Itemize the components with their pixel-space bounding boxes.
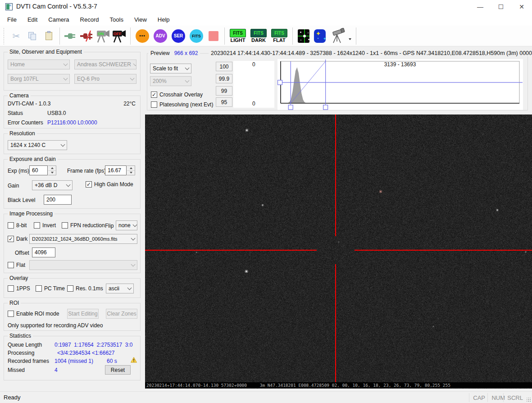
stretch-100-button[interactable]: 100: [216, 62, 232, 71]
res01ms-checkbox[interactable]: [67, 285, 73, 292]
record-fits-button[interactable]: FITS: [190, 29, 203, 43]
stop-record-button[interactable]: [205, 27, 222, 45]
telescope-button[interactable]: [328, 27, 349, 45]
cut-button[interactable]: ✂: [8, 27, 24, 45]
night-view-button[interactable]: ✦ ✦: [312, 27, 328, 45]
roi-enable-checkbox[interactable]: [8, 311, 14, 317]
gain-select[interactable]: +36 dB D: [32, 180, 73, 190]
histogram-level-handle[interactable]: [278, 80, 282, 85]
histogram-white-point-handle[interactable]: [323, 105, 328, 110]
high-gain-checkbox[interactable]: [86, 181, 92, 188]
menu-file[interactable]: File: [7, 16, 17, 23]
preview-group: Preview 966 x 692 20230214 17:44:14.430-…: [147, 53, 528, 110]
window-title: DVTI Cam Control - V5.5.3-7: [16, 3, 97, 10]
platesolve-button[interactable]: [296, 27, 312, 45]
paste-button[interactable]: [41, 27, 57, 45]
scissors-icon: ✂: [13, 31, 20, 41]
offset-input[interactable]: 4096: [32, 247, 55, 257]
high-gain-label: High Gain Mode: [94, 181, 133, 188]
record-ser-button[interactable]: SER: [172, 29, 185, 43]
connect-button[interactable]: [63, 27, 79, 45]
flat-checkbox[interactable]: [8, 262, 14, 268]
copy-button[interactable]: [24, 27, 41, 45]
overlay-format-select[interactable]: ascii: [106, 284, 134, 293]
framerate-input[interactable]: 16.67: [105, 165, 127, 175]
black-level-input[interactable]: 200: [44, 195, 72, 205]
chevron-down-icon: [127, 286, 132, 290]
res01ms-label: Res. 0.1ms: [76, 285, 103, 292]
menu-view[interactable]: View: [134, 16, 147, 23]
record-menu-button[interactable]: •••: [136, 29, 149, 43]
flat-file-select[interactable]: [29, 260, 137, 270]
menu-edit[interactable]: Edit: [27, 16, 37, 23]
fits-dark-button[interactable]: FITS DARK: [250, 29, 267, 43]
invert-checkbox[interactable]: [34, 222, 40, 229]
dark-checkbox[interactable]: [8, 236, 14, 242]
close-button[interactable]: ✕: [511, 0, 532, 14]
minimize-button[interactable]: —: [470, 0, 491, 14]
8bit-checkbox[interactable]: [8, 222, 14, 229]
crosshair-overlay-label: Crosshair Overlay: [159, 92, 203, 98]
scale-mode-select[interactable]: Scale to fit: [150, 64, 191, 73]
preview-size: 966 x 692: [174, 50, 198, 56]
toolbar-dropdown-caret[interactable]: [349, 38, 351, 40]
group-camera: Camera DVTI-CAM - 1.0.3 22°C Status USB3…: [4, 96, 141, 128]
disconnect-button[interactable]: [79, 27, 95, 45]
stretch-95-button[interactable]: 95: [216, 97, 232, 107]
flip-select[interactable]: none: [116, 220, 137, 230]
telescope-select[interactable]: Borg 107FL: [8, 74, 70, 84]
group-site-label: Site, Observer and Equipment: [8, 49, 84, 55]
dark-file-select[interactable]: D20230212_1624_36dBD_0060ms.fits: [29, 234, 137, 244]
fits-light-button[interactable]: FITS LIGHT: [230, 29, 246, 43]
record-adv-button[interactable]: ADV: [154, 29, 167, 43]
observer-select[interactable]: Andreas SCHWEIZER: [74, 60, 136, 69]
queue-length-label: Queue Length: [8, 342, 42, 348]
crosshair-overlay-checkbox[interactable]: [151, 92, 157, 98]
maximize-button[interactable]: ☐: [491, 0, 511, 14]
crosshair-vertical-bottom: [335, 264, 336, 384]
exp-input[interactable]: 60: [29, 165, 48, 175]
preview-image-area[interactable]: 20230214+17:44:14.070-14.130 57302+0000 …: [145, 114, 532, 389]
crosshair-vertical-top: [335, 114, 336, 236]
roi-clear-zones-button[interactable]: Clear Zones: [106, 309, 137, 319]
resize-grip[interactable]: [527, 398, 531, 402]
group-exposure-label: Exposure and Gain: [8, 156, 58, 162]
missed-value: 4: [55, 367, 58, 373]
resolution-select[interactable]: 1624 x 1240 C: [8, 140, 67, 150]
recorded-time-value: 60 s: [107, 358, 117, 364]
flat-label: Flat: [16, 262, 25, 268]
mount-select[interactable]: EQ-6 Pro: [74, 74, 136, 84]
camera-on-button[interactable]: ON: [95, 27, 111, 45]
fpn-checkbox[interactable]: [62, 222, 68, 229]
camera-off-button[interactable]: OFF: [111, 27, 127, 45]
histogram-chart[interactable]: 3139 - 13693: [277, 59, 523, 110]
zoom-select[interactable]: 200%: [150, 76, 191, 86]
chevron-down-icon: [185, 66, 190, 70]
stretch-99-button[interactable]: 99: [216, 86, 232, 96]
platesolving-checkbox[interactable]: [151, 101, 157, 108]
menu-record[interactable]: Record: [80, 16, 99, 23]
status-bar: Ready CAP NUM SCRL: [0, 391, 532, 403]
level-top-value: 0: [252, 61, 255, 68]
plug-disconnect-icon: [80, 30, 94, 42]
framerate-stepper[interactable]: [127, 165, 135, 175]
pctime-checkbox[interactable]: [36, 285, 42, 292]
menu-help[interactable]: Help: [158, 16, 170, 23]
fits-flat-button[interactable]: FITS FLAT: [271, 29, 287, 43]
exp-stepper[interactable]: [48, 165, 56, 175]
recorded-frames-value: 1004 (missed 1): [55, 358, 93, 364]
site-select[interactable]: Home: [8, 60, 70, 69]
menu-camera[interactable]: Camera: [48, 16, 69, 23]
roi-start-editing-button[interactable]: Start Editing: [67, 309, 99, 319]
stop-icon: [209, 31, 218, 41]
menu-tools[interactable]: Tools: [110, 16, 123, 23]
stretch-99-9-button[interactable]: 99.9: [216, 74, 232, 83]
histogram-black-point-handle[interactable]: [288, 105, 293, 110]
group-camera-label: Camera: [8, 92, 31, 99]
copy-icon: [28, 32, 36, 40]
camera-temperature: 22°C: [123, 101, 136, 107]
camera-model: DVTI-CAM - 1.0.3: [8, 101, 50, 107]
reset-button[interactable]: Reset: [105, 365, 131, 375]
toolbar-grip[interactable]: [3, 27, 5, 45]
1pps-checkbox[interactable]: [8, 285, 14, 292]
